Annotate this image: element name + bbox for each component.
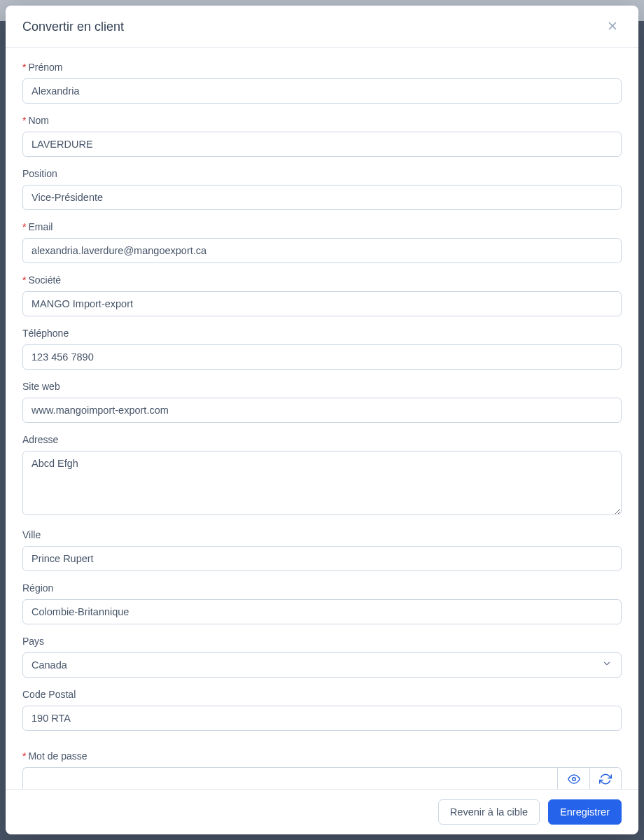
eye-icon [568,773,580,788]
label-firstname: *Prénom [22,62,622,73]
field-region: Région [22,582,622,624]
input-company[interactable] [22,291,622,316]
modal-body: *Prénom *Nom Position *Email *Société Té… [6,48,638,789]
modal-footer: Revenir à la cible Enregistrer [6,789,638,834]
save-button[interactable]: Enregistrer [548,799,622,825]
field-position: Position [22,168,622,210]
input-phone[interactable] [22,344,622,370]
back-button[interactable]: Revenir à la cible [438,799,540,825]
label-company: *Société [22,274,622,286]
label-phone: Téléphone [22,328,622,339]
close-icon [606,20,619,34]
field-address: Adresse [22,434,622,518]
field-password: *Mot de passe [22,750,622,789]
field-postal: Code Postal [22,689,622,731]
label-address: Adresse [22,434,622,445]
modal-header: Convertir en client [6,6,638,48]
label-city: Ville [22,529,622,540]
input-firstname[interactable] [22,78,622,104]
modal-title: Convertir en client [22,20,124,34]
field-country: Pays Canada [22,636,622,678]
select-country[interactable]: Canada [22,652,622,678]
refresh-icon [599,773,612,788]
toggle-password-visibility-button[interactable] [557,767,589,789]
label-email: *Email [22,221,622,232]
input-password[interactable] [22,767,557,789]
field-company: *Société [22,274,622,316]
label-password: *Mot de passe [22,750,622,762]
input-address[interactable] [22,451,622,515]
field-lastname: *Nom [22,115,622,157]
input-city[interactable] [22,546,622,571]
close-button[interactable] [603,17,622,37]
label-website: Site web [22,381,622,392]
field-website: Site web [22,381,622,423]
input-website[interactable] [22,398,622,423]
field-phone: Téléphone [22,328,622,370]
generate-password-button[interactable] [589,767,622,789]
input-position[interactable] [22,185,622,210]
field-email: *Email [22,221,622,263]
input-lastname[interactable] [22,132,622,157]
label-country: Pays [22,636,622,647]
svg-point-2 [572,777,575,780]
label-position: Position [22,168,622,179]
input-email[interactable] [22,238,622,263]
field-firstname: *Prénom [22,62,622,104]
field-city: Ville [22,529,622,571]
label-lastname: *Nom [22,115,622,126]
input-region[interactable] [22,599,622,624]
label-postal: Code Postal [22,689,622,700]
input-postal[interactable] [22,706,622,731]
label-region: Région [22,582,622,594]
convert-client-modal: Convertir en client *Prénom *Nom Positio… [6,6,638,834]
